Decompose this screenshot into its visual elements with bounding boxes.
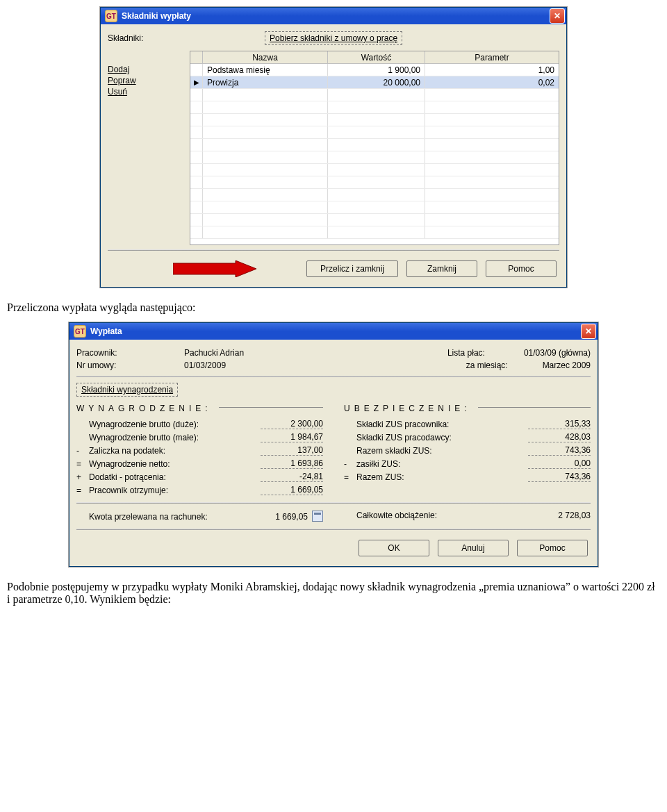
table-row[interactable]	[190, 114, 559, 126]
table-row[interactable]	[190, 164, 559, 176]
label-calkowite-obciazenie: Całkowite obciążenie:	[356, 511, 521, 520]
detail-label: Razem ZUS:	[356, 472, 521, 482]
detail-label: Dodatki - potrącenia:	[89, 472, 254, 482]
detail-row: =Razem ZUS:743,36	[344, 472, 591, 482]
cell-parametr	[425, 176, 559, 188]
cell-wartosc	[328, 114, 425, 126]
label-za-miesiac: za miesiąc:	[466, 361, 543, 370]
value-kwota-rachunek: 1 669,05	[245, 512, 308, 522]
operator: -	[76, 446, 89, 456]
table-row[interactable]	[190, 176, 559, 189]
table-row[interactable]	[190, 226, 559, 239]
cell-parametr: 0,02	[425, 76, 559, 88]
detail-label: Zaliczka na podatek:	[89, 446, 254, 456]
label-lista-plac: Lista płac:	[447, 348, 524, 358]
grid-skladniki[interactable]: Nazwa Wartość Parametr Podstawa miesię1 …	[190, 51, 559, 245]
operator: =	[76, 459, 89, 469]
detail-label: Pracownik otrzymuje:	[89, 486, 254, 495]
operator: =	[76, 486, 89, 495]
przelicz-i-zamknij-button[interactable]: Przelicz i zamknij	[306, 260, 398, 277]
cell-nazwa: Podstawa miesię	[203, 64, 328, 76]
link-skladniki-wynagrodzenia[interactable]: Składniki wynagrodzenia	[81, 385, 173, 395]
cell-nazwa	[203, 89, 328, 101]
table-row[interactable]	[190, 201, 559, 214]
detail-label: Składki ZUS pracodawcy:	[356, 433, 521, 442]
cell-nazwa	[203, 164, 328, 176]
annotation-arrow-icon	[173, 261, 256, 276]
paragraph-1: Przeliczona wypłata wygląda następująco:	[7, 301, 660, 314]
operator: -	[344, 459, 356, 469]
table-row[interactable]: ▶Prowizja20 000,000,02	[190, 76, 559, 89]
window-skladniki-wyplaty: GT Składniki wypłaty ✕ Składniki: Pobier…	[100, 7, 567, 288]
calculator-icon[interactable]	[312, 511, 323, 522]
cell-parametr	[425, 201, 559, 213]
cell-wartosc	[328, 214, 425, 226]
col-parametr[interactable]: Parametr	[425, 51, 559, 63]
col-nazwa[interactable]: Nazwa	[203, 51, 328, 63]
detail-label: Wynagrodzenie brutto (duże):	[89, 420, 254, 429]
table-row[interactable]	[190, 151, 559, 164]
table-row[interactable]	[190, 101, 559, 114]
link-popraw[interactable]: Popraw	[108, 76, 184, 85]
detail-value: 1 984,67	[261, 432, 323, 442]
svg-marker-0	[173, 260, 256, 277]
operator: =	[344, 472, 356, 482]
table-row[interactable]	[190, 126, 559, 139]
cell-parametr	[425, 214, 559, 226]
cell-nazwa: Prowizja	[203, 76, 328, 88]
table-row[interactable]	[190, 189, 559, 201]
table-row[interactable]	[190, 214, 559, 226]
cell-parametr: 1,00	[425, 64, 559, 76]
paragraph-2: Podobnie postępujemy w przypadku wypłaty…	[7, 581, 660, 606]
operator: +	[76, 472, 89, 482]
detail-value: 0,00	[528, 458, 591, 469]
app-icon: GT	[74, 325, 86, 338]
link-dodaj[interactable]: Dodaj	[108, 65, 184, 74]
window-title: Wypłata	[90, 326, 581, 336]
cell-wartosc	[328, 164, 425, 176]
detail-value: 1 693,86	[261, 458, 323, 469]
link-usun[interactable]: Usuń	[108, 87, 184, 97]
cell-nazwa	[203, 151, 328, 163]
ok-button[interactable]: OK	[359, 540, 429, 556]
col-wartosc[interactable]: Wartość	[328, 51, 425, 63]
window-wyplata: GT Wypłata ✕ Pracownik: Pachucki Adrian …	[69, 322, 598, 567]
cell-wartosc: 20 000,00	[328, 76, 425, 88]
cell-nazwa	[203, 101, 328, 113]
detail-row: =Pracownik otrzymuje:1 669,05	[76, 485, 323, 495]
titlebar[interactable]: GT Wypłata ✕	[69, 323, 598, 340]
detail-row: Składki ZUS pracownika:315,33	[344, 419, 591, 429]
close-icon[interactable]: ✕	[550, 8, 565, 24]
cell-parametr	[425, 89, 559, 101]
cell-wartosc	[328, 151, 425, 163]
pomoc-button[interactable]: Pomoc	[517, 540, 588, 556]
cell-parametr	[425, 139, 559, 151]
detail-row: =Wynagrodzenie netto:1 693,86	[76, 458, 323, 469]
detail-value: 428,03	[528, 432, 591, 442]
cell-wartosc: 1 900,00	[328, 64, 425, 76]
value-lista-plac: 01/03/09 (główna)	[524, 348, 591, 358]
detail-row: Składki ZUS pracodawcy:428,03	[344, 432, 591, 442]
app-icon: GT	[105, 10, 117, 22]
cell-wartosc	[328, 201, 425, 213]
cell-nazwa	[203, 189, 328, 201]
cell-parametr	[425, 164, 559, 176]
link-pobierz-skladniki[interactable]: Pobierz składniki z umowy o pracę	[270, 33, 397, 43]
table-row[interactable]: Podstawa miesię1 900,001,00	[190, 64, 559, 76]
cell-nazwa	[203, 176, 328, 188]
table-row[interactable]	[190, 89, 559, 101]
zamknij-button[interactable]: Zamknij	[406, 260, 477, 277]
close-icon[interactable]: ✕	[581, 324, 596, 339]
label-nr-umowy: Nr umowy:	[76, 361, 184, 370]
detail-value: 137,00	[261, 445, 323, 456]
pomoc-button[interactable]: Pomoc	[486, 260, 557, 277]
row-pointer-icon: ▶	[194, 78, 199, 86]
label-kwota-rachunek: Kwota przelewana na rachunek:	[89, 512, 238, 522]
value-za-miesiac: Marzec 2009	[543, 361, 591, 370]
table-row[interactable]	[190, 139, 559, 151]
cell-parametr	[425, 101, 559, 113]
titlebar[interactable]: GT Składniki wypłaty ✕	[101, 8, 566, 24]
anuluj-button[interactable]: Anuluj	[438, 540, 509, 556]
detail-value: 1 669,05	[261, 485, 323, 495]
value-nr-umowy: 01/03/2009	[184, 361, 226, 370]
